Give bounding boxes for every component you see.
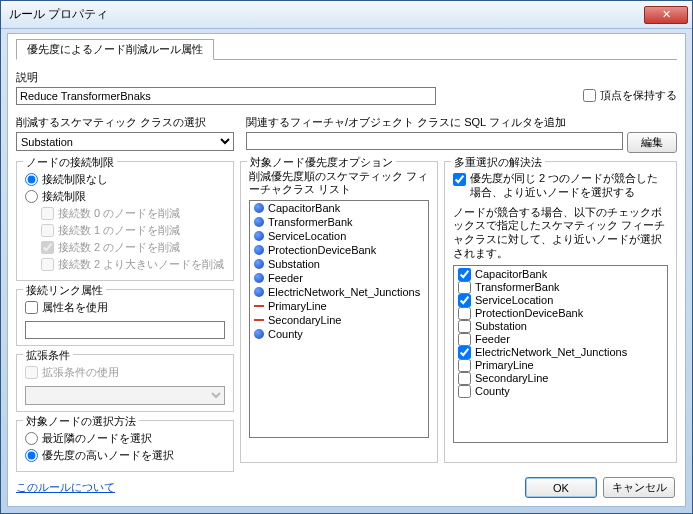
conn0-label: 接続数 0 のノードを削減 [58,206,180,221]
conflict-item-checkbox[interactable] [458,346,471,359]
tiebreak-label: 優先度が同じ 2 つのノードが競合した場合、より近いノードを選択する [470,172,668,200]
priority-item[interactable]: Feeder [250,271,428,285]
priority-legend: 対象ノード優先度オプション [247,155,396,170]
conn1-checkbox [41,224,54,237]
conflict-item-label: PrimaryLine [475,359,534,371]
conflict-item-checkbox[interactable] [458,385,471,398]
conn0-checkbox [41,207,54,220]
conflict-item-checkbox[interactable] [458,372,471,385]
attr-name-input [25,321,225,339]
priority-item[interactable]: ProtectionDeviceBank [250,243,428,257]
conflict-item-label: Feeder [475,333,510,345]
priority-item-label: TransformerBank [268,216,353,228]
link-attr-group: 接続リンク属性 属性名を使用 [16,289,234,346]
nearest-radio[interactable] [25,432,38,445]
conflict-item-label: CapacitorBank [475,268,547,280]
priority-item-label: County [268,328,303,340]
sql-filter-label: 関連するフィーチャ/オブジェクト クラスに SQL フィルタを追加 [246,115,677,130]
conflict-item[interactable]: ProtectionDeviceBank [456,307,665,320]
conn1-label: 接続数 1 のノードを削減 [58,223,180,238]
conflict-item-label: ProtectionDeviceBank [475,307,583,319]
description-input[interactable] [16,87,436,105]
sql-edit-button[interactable]: 編集 [627,132,677,153]
dialog-footer: OK キャンセル [525,477,675,498]
use-attr-checkbox[interactable] [25,301,38,314]
ext-cond-group: 拡張条件 拡張条件の使用 [16,354,234,412]
priority-item[interactable]: SecondaryLine [250,313,428,327]
ok-button[interactable]: OK [525,477,597,498]
multi-legend: 多重選択の解決法 [451,155,545,170]
ext-cond-label: 拡張条件の使用 [42,365,119,380]
link-attr-legend: 接続リンク属性 [23,283,106,298]
priority-list[interactable]: CapacitorBankTransformerBankServiceLocat… [249,200,429,438]
conflict-item-checkbox[interactable] [458,307,471,320]
priority-item[interactable]: CapacitorBank [250,201,428,215]
node-icon [254,287,264,297]
tab-priority-rule[interactable]: 優先度によるノード削減ルール属性 [16,39,214,60]
conflict-item-checkbox[interactable] [458,294,471,307]
priority-item[interactable]: ElectricNetwork_Net_Junctions [250,285,428,299]
conflict-item[interactable]: PrimaryLine [456,359,665,372]
cancel-button[interactable]: キャンセル [603,477,675,498]
priority-item-label: PrimaryLine [268,300,327,312]
conflict-item-label: ServiceLocation [475,294,553,306]
connection-limit-group: ノードの接続制限 接続制限なし 接続制限 接続数 0 のノードを削減 [16,161,234,281]
tabstrip: 優先度によるノード削減ルール属性 [16,38,677,60]
node-icon [254,259,264,269]
line-icon [254,305,264,307]
titlebar: ルール プロパティ ✕ [1,1,692,29]
connlim-none-radio[interactable] [25,173,38,186]
priority-item-label: ProtectionDeviceBank [268,244,376,256]
conflict-item-checkbox[interactable] [458,333,471,346]
sql-filter-input[interactable] [246,132,623,150]
conn2-checkbox [41,241,54,254]
priority-item[interactable]: Substation [250,257,428,271]
multi-note: ノードが競合する場合、以下のチェックボックスで指定したスケマティック フィーチャ… [453,206,668,261]
connlim-limit-radio[interactable] [25,190,38,203]
help-link[interactable]: このルールについて [16,481,115,493]
conflict-item[interactable]: County [456,385,665,398]
ext-cond-legend: 拡張条件 [23,348,73,363]
priority-item-label: ServiceLocation [268,230,346,242]
close-button[interactable]: ✕ [644,6,688,24]
client-area: 優先度によるノード削減ルール属性 説明 頂点を保持する 削減するスケマティック … [7,33,686,507]
conflict-item-label: TransformerBank [475,281,560,293]
conflict-item-checkbox[interactable] [458,320,471,333]
conflict-item-label: County [475,385,510,397]
highprio-radio[interactable] [25,449,38,462]
schematic-class-select[interactable]: Substation [16,132,234,151]
conn2-label: 接続数 2 のノードを削減 [58,240,180,255]
node-icon [254,217,264,227]
conn3-checkbox [41,258,54,271]
line-icon [254,319,264,321]
connlim-limit-label: 接続制限 [42,189,86,204]
conflict-item-label: SecondaryLine [475,372,548,384]
conflict-item[interactable]: SecondaryLine [456,372,665,385]
priority-sublabel: 削減優先度順のスケマティック フィーチャクラス リスト [249,170,429,196]
conflict-item-checkbox[interactable] [458,281,471,294]
conflict-item-checkbox[interactable] [458,359,471,372]
conflict-item-checkbox[interactable] [458,268,471,281]
ext-cond-checkbox [25,366,38,379]
priority-item[interactable]: County [250,327,428,341]
connlim-none-label: 接続制限なし [42,172,108,187]
conflict-item[interactable]: Feeder [456,333,665,346]
node-icon [254,329,264,339]
conflict-item[interactable]: CapacitorBank [456,268,665,281]
conflict-item[interactable]: Substation [456,320,665,333]
conflict-item[interactable]: ServiceLocation [456,294,665,307]
window-title: ルール プロパティ [9,6,644,23]
priority-item[interactable]: PrimaryLine [250,299,428,313]
conflict-item-label: Substation [475,320,527,332]
conflict-item[interactable]: TransformerBank [456,281,665,294]
tiebreak-checkbox[interactable] [453,173,466,186]
priority-item[interactable]: ServiceLocation [250,229,428,243]
node-icon [254,231,264,241]
priority-item-label: Substation [268,258,320,270]
conflict-class-list[interactable]: CapacitorBankTransformerBankServiceLocat… [453,265,668,443]
conflict-item[interactable]: ElectricNetwork_Net_Junctions [456,346,665,359]
keep-vertex-checkbox[interactable] [583,89,596,102]
highprio-label: 優先度の高いノードを選択 [42,448,174,463]
priority-item[interactable]: TransformerBank [250,215,428,229]
priority-item-label: CapacitorBank [268,202,340,214]
